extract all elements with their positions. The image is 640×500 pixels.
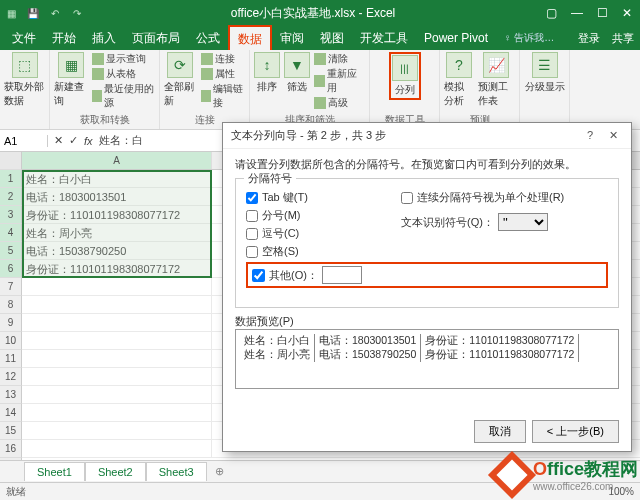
row-header[interactable]: 11 (0, 350, 22, 368)
fx-icon[interactable]: fx (84, 135, 93, 147)
edit-links[interactable]: 编辑链接 (201, 82, 245, 110)
sheet-tab-1[interactable]: Sheet1 (24, 462, 85, 481)
tab-data[interactable]: 数据 (228, 25, 272, 52)
row-header[interactable]: 3 (0, 206, 22, 224)
row-header[interactable]: 16 (0, 440, 22, 458)
window-quick-access: ▦ 💾 ↶ ↷ (4, 6, 84, 20)
row-headers: 1 2 3 4 5 6 7 8 9 10 11 12 13 14 15 16 1… (0, 152, 22, 472)
tab-layout[interactable]: 页面布局 (124, 26, 188, 51)
back-button[interactable]: < 上一步(B) (532, 420, 619, 443)
preview-box: 姓名：白小白 电话：18030013501 身份证：11010119830807… (235, 329, 619, 389)
tell-me[interactable]: ♀ 告诉我… (504, 31, 554, 45)
refresh-icon: ⟳ (167, 52, 193, 78)
tab-insert[interactable]: 插入 (84, 26, 124, 51)
row-header[interactable]: 4 (0, 224, 22, 242)
ribbon: ⬚获取外部数据 ▦新建查询 显示查询 从表格 最近使用的源 获取和转换 ⟳全部刷… (0, 50, 640, 130)
row-header[interactable]: 15 (0, 422, 22, 440)
recent-sources[interactable]: 最近使用的源 (92, 82, 155, 110)
clear-filter[interactable]: 清除 (314, 52, 365, 66)
cell-a3[interactable]: 身份证：110101198308077172 (22, 206, 212, 223)
outline[interactable]: ☰分级显示 (525, 52, 565, 94)
sheet-tab-3[interactable]: Sheet3 (146, 462, 207, 481)
preview-label: 数据预览(P) (235, 314, 619, 329)
row-header[interactable]: 2 (0, 188, 22, 206)
from-table[interactable]: 从表格 (92, 67, 155, 81)
cell-a6[interactable]: 身份证：110101198308077172 (22, 260, 212, 277)
col-header-a[interactable]: A (22, 152, 212, 169)
share-button[interactable]: 共享 (606, 29, 640, 48)
row-header[interactable]: 12 (0, 368, 22, 386)
cell-a1[interactable]: 姓名：白小白 (22, 170, 212, 187)
row-header[interactable]: 6 (0, 260, 22, 278)
preview-cell: 电话：15038790250 (315, 348, 421, 362)
dialog-close-button[interactable]: ✕ (603, 129, 623, 142)
save-icon[interactable]: 💾 (26, 6, 40, 20)
query-icon: ▦ (58, 52, 84, 78)
undo-icon[interactable]: ↶ (48, 6, 62, 20)
get-external-data[interactable]: ⬚获取外部数据 (4, 52, 45, 108)
reapply[interactable]: 重新应用 (314, 67, 365, 95)
row-header[interactable]: 1 (0, 170, 22, 188)
cell-a2[interactable]: 电话：18030013501 (22, 188, 212, 205)
forecast-icon: 📈 (483, 52, 509, 78)
cell-a4[interactable]: 姓名：周小亮 (22, 224, 212, 241)
refresh-all[interactable]: ⟳全部刷新 (164, 52, 197, 110)
text-to-columns[interactable]: ⫼分列 (392, 55, 418, 97)
sheet-tab-2[interactable]: Sheet2 (85, 462, 146, 481)
checkbox-other[interactable] (252, 269, 265, 282)
preview-cell: 电话：18030013501 (315, 334, 421, 348)
name-box[interactable]: A1 (0, 135, 48, 147)
group-label-connections: 连接 (195, 113, 215, 127)
properties[interactable]: 属性 (201, 67, 245, 81)
cancel-edit-icon[interactable]: ✕ (54, 134, 63, 147)
cancel-button[interactable]: 取消 (474, 420, 526, 443)
connections[interactable]: 连接 (201, 52, 245, 66)
ribbon-display-icon[interactable]: ▢ (542, 6, 561, 20)
checkbox-merge[interactable]: 连续分隔符号视为单个处理(R) (401, 190, 564, 205)
new-query[interactable]: ▦新建查询 (54, 52, 88, 110)
row-header[interactable]: 13 (0, 386, 22, 404)
tab-powerpivot[interactable]: Power Pivot (416, 27, 496, 49)
row-header[interactable]: 10 (0, 332, 22, 350)
tab-home[interactable]: 开始 (44, 26, 84, 51)
filter-button[interactable]: ▼筛选 (284, 52, 310, 110)
cell-a5[interactable]: 电话：15038790250 (22, 242, 212, 259)
login-button[interactable]: 登录 (572, 29, 606, 48)
tab-file[interactable]: 文件 (4, 26, 44, 51)
other-delimiter-input[interactable] (322, 266, 362, 284)
filter-icon: ▼ (284, 52, 310, 78)
close-button[interactable]: ✕ (618, 6, 636, 20)
tab-formulas[interactable]: 公式 (188, 26, 228, 51)
tab-review[interactable]: 审阅 (272, 26, 312, 51)
excel-icon: ▦ (4, 6, 18, 20)
row-header[interactable]: 5 (0, 242, 22, 260)
qualifier-select[interactable]: " (498, 213, 548, 231)
forecast[interactable]: 📈预测工作表 (478, 52, 515, 108)
text-to-columns-dialog: 文本分列向导 - 第 2 步，共 3 步 ? ✕ 请设置分列数据所包含的分隔符号… (222, 122, 632, 452)
row-header[interactable]: 14 (0, 404, 22, 422)
preview-cell: 姓名：白小白 (240, 334, 315, 348)
window-title: office小白实战基地.xlsx - Excel (84, 5, 542, 22)
sort-icon: ↕ (254, 52, 280, 78)
sort-button[interactable]: ↕排序 (254, 52, 280, 110)
row-header[interactable]: 7 (0, 278, 22, 296)
row-header[interactable]: 8 (0, 296, 22, 314)
formula-content[interactable]: 姓名：白 (99, 133, 143, 148)
tab-view[interactable]: 视图 (312, 26, 352, 51)
minimize-button[interactable]: — (567, 6, 587, 20)
select-all[interactable] (0, 152, 22, 170)
new-sheet-button[interactable]: ⊕ (207, 465, 232, 478)
confirm-edit-icon[interactable]: ✓ (69, 134, 78, 147)
checkbox-space[interactable]: 空格(S) (246, 244, 608, 259)
tab-dev[interactable]: 开发工具 (352, 26, 416, 51)
show-queries[interactable]: 显示查询 (92, 52, 155, 66)
zoom-level[interactable]: 100% (608, 486, 634, 497)
row-header[interactable]: 9 (0, 314, 22, 332)
redo-icon[interactable]: ↷ (70, 6, 84, 20)
status-bar: 就绪 100% (0, 482, 640, 500)
dialog-help-button[interactable]: ? (580, 129, 600, 141)
maximize-button[interactable]: ☐ (593, 6, 612, 20)
group-label-transform: 获取和转换 (80, 113, 130, 127)
whatif[interactable]: ?模拟分析 (444, 52, 474, 108)
advanced[interactable]: 高级 (314, 96, 365, 110)
